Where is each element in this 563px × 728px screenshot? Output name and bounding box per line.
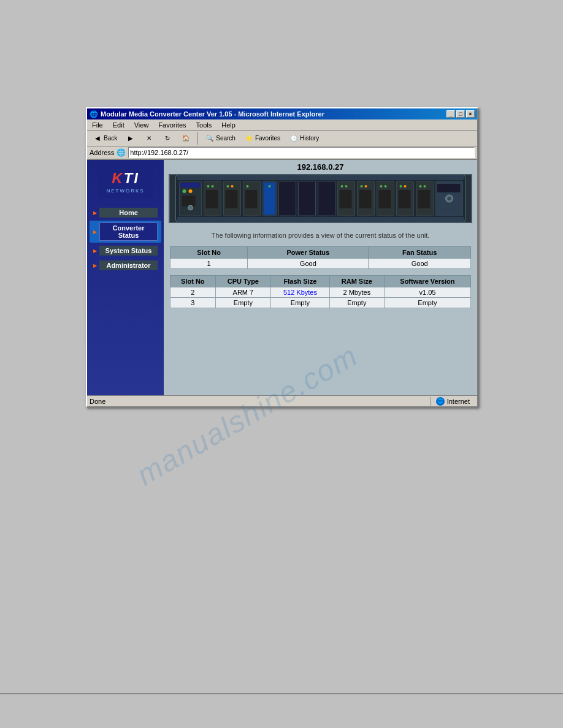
svg-rect-41	[399, 190, 411, 208]
history-icon: 🕒	[289, 134, 299, 143]
home-button[interactable]: 🏠	[178, 132, 194, 145]
browser-title-text: Modular Media Converter Center Ver 1.05 …	[101, 110, 324, 118]
col-slot-no-1: Slot No	[170, 247, 248, 259]
col-flash-size: Flash Size	[271, 276, 330, 287]
col-ram-size: RAM Size	[329, 276, 384, 287]
cell-cpu-empty: Empty	[215, 298, 270, 308]
sidebar-item-converter-status[interactable]: ▶ Converter Status	[90, 221, 161, 243]
stop-icon: ✕	[144, 134, 154, 143]
cell-ram-empty: Empty	[329, 298, 384, 308]
table-row: 1 Good Good	[170, 259, 471, 269]
address-label: Address	[90, 149, 114, 156]
col-fan-status: Fan Status	[369, 247, 471, 259]
forward-icon: ▶	[126, 134, 136, 143]
title-bar-buttons: _ □ ×	[446, 110, 475, 118]
internet-globe-icon: 🌐	[436, 397, 445, 406]
svg-point-8	[188, 205, 193, 210]
cell-flash-512: 512 Kbytes	[271, 287, 330, 298]
cell-sw-empty: Empty	[384, 298, 470, 308]
svg-rect-2	[177, 217, 464, 222]
toolbar-separator	[197, 132, 198, 145]
menu-tools[interactable]: Tools	[194, 121, 215, 129]
home-icon: 🏠	[181, 134, 191, 143]
menu-help[interactable]: Help	[219, 121, 238, 129]
nav-arrow-converter: ▶	[93, 229, 97, 235]
svg-rect-1	[177, 175, 464, 180]
sidebar-item-home[interactable]: ▶ Home	[90, 206, 161, 219]
forward-button[interactable]: ▶	[123, 132, 139, 145]
table-row: 2 ARM 7 512 Kbytes 2 Mbytes v1.05	[170, 287, 471, 298]
svg-rect-23	[279, 181, 296, 216]
menu-bar: File Edit View Favorites Tools Help	[87, 119, 477, 131]
svg-rect-7	[182, 195, 196, 207]
svg-rect-4	[181, 183, 201, 188]
cell-fan-good: Good	[369, 259, 471, 269]
svg-rect-33	[359, 190, 372, 208]
menu-view[interactable]: View	[132, 121, 151, 129]
svg-point-11	[212, 185, 214, 188]
minimize-button[interactable]: _	[446, 110, 455, 118]
info-text: The following information provides a vie…	[170, 229, 471, 241]
cell-cpu-arm7: ARM 7	[215, 287, 270, 298]
favorites-button[interactable]: ⭐ Favorites	[241, 132, 283, 145]
svg-point-27	[341, 185, 343, 188]
toolbar: ◀ Back ▶ ✕ ↻ 🏠 🔍 Search ⭐ Favorites	[87, 131, 477, 146]
internet-label: Internet	[447, 398, 470, 405]
status-internet: 🌐 Internet	[431, 397, 475, 406]
svg-point-49	[448, 197, 451, 200]
svg-point-6	[189, 189, 193, 193]
svg-point-44	[424, 185, 426, 188]
sidebar-item-system-status[interactable]: ▶ System Status	[90, 244, 161, 257]
svg-point-43	[419, 185, 422, 188]
history-button[interactable]: 🕒 History	[286, 132, 322, 145]
svg-rect-24	[299, 181, 316, 216]
logo: KTI NETWORKS	[98, 165, 153, 199]
desktop: 🌐 Modular Media Converter Center Ver 1.0…	[0, 0, 563, 728]
system-table: Slot No CPU Type Flash Size RAM Size Sof…	[170, 275, 471, 308]
logo-networks: NETWORKS	[106, 188, 144, 194]
browser-content: KTI NETWORKS ▶ Home ▶ Converter Status ▶	[87, 160, 477, 405]
svg-point-22	[269, 185, 271, 188]
menu-file[interactable]: File	[90, 121, 105, 129]
svg-rect-47	[437, 184, 461, 192]
address-input[interactable]	[128, 147, 475, 158]
stop-button[interactable]: ✕	[141, 132, 157, 145]
svg-rect-19	[245, 190, 258, 208]
favorites-icon: ⭐	[244, 134, 254, 143]
table-row: 3 Empty Empty Empty Empty	[170, 298, 471, 308]
main-content: 192.168.0.27	[164, 160, 477, 405]
refresh-button[interactable]: ↻	[159, 132, 175, 145]
bottom-line	[0, 693, 563, 694]
svg-rect-45	[418, 190, 431, 208]
nav-label-admin: Administrator	[99, 260, 158, 270]
menu-edit[interactable]: Edit	[110, 121, 127, 129]
svg-point-32	[365, 185, 367, 188]
cell-power-good: Good	[248, 259, 369, 269]
browser-title-icon: 🌐	[90, 110, 98, 118]
status-bar: Done 🌐 Internet	[87, 395, 477, 406]
svg-point-14	[227, 185, 229, 188]
cell-sw-v105: v1.05	[384, 287, 470, 298]
col-slot-no-2: Slot No	[170, 276, 216, 287]
sidebar: KTI NETWORKS ▶ Home ▶ Converter Status ▶	[87, 160, 164, 405]
svg-rect-25	[318, 181, 335, 216]
ip-address-text: 192.168.0.27	[297, 162, 344, 172]
svg-rect-12	[206, 190, 218, 208]
sidebar-item-administrator[interactable]: ▶ Administrator	[90, 259, 161, 272]
refresh-icon: ↻	[163, 134, 172, 143]
cell-slot-2: 2	[170, 287, 216, 298]
menu-favorites[interactable]: Favorites	[156, 121, 188, 129]
back-icon: ◀	[93, 134, 102, 143]
svg-rect-16	[226, 190, 238, 208]
svg-rect-29	[340, 190, 352, 208]
close-button[interactable]: ×	[466, 110, 475, 118]
maximize-button[interactable]: □	[456, 110, 465, 118]
address-bar: Address 🌐	[87, 146, 477, 160]
back-button[interactable]: ◀ Back	[90, 132, 120, 145]
search-icon: 🔍	[205, 134, 215, 143]
search-button[interactable]: 🔍 Search	[202, 132, 239, 145]
page-content: The following information provides a vie…	[164, 226, 477, 318]
status-done-text: Done	[90, 398, 426, 405]
nav-items: ▶ Home ▶ Converter Status ▶ System Statu…	[87, 206, 164, 272]
rack-svg	[170, 174, 471, 223]
